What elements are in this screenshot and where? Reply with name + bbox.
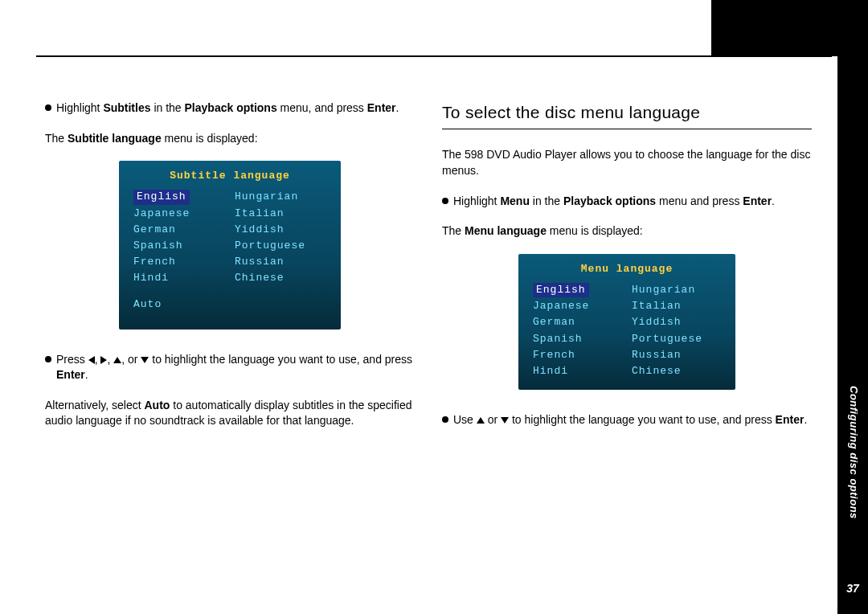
- bold: Menu: [500, 194, 530, 207]
- arrow-up-icon: [477, 417, 485, 424]
- osd-item: Hindi: [533, 364, 622, 379]
- osd-item: French: [533, 348, 622, 362]
- osd-item: Chinese: [235, 271, 326, 285]
- header-divider: [36, 55, 832, 57]
- osd-selected: English: [533, 283, 589, 297]
- arrow-left-icon: [88, 356, 95, 364]
- osd-item: Spanish: [533, 332, 622, 346]
- step-highlight-subtitles: Highlight Subtitles in the Playback opti…: [45, 100, 415, 117]
- bold: Subtitles: [103, 101, 150, 114]
- osd-title: Menu language: [528, 262, 726, 276]
- osd-item: Japanese: [533, 299, 622, 313]
- bold: Playback options: [563, 194, 656, 207]
- osd-title: Subtitle language: [129, 169, 331, 183]
- manual-page: Configuring disc options 37 Highlight Su…: [0, 0, 868, 614]
- bold: Playback options: [185, 101, 277, 114]
- auto-note: Alternatively, select Auto to automatica…: [45, 398, 415, 429]
- osd-item-auto: Auto: [129, 297, 331, 312]
- subtitle-menu-caption: The Subtitle language menu is displayed:: [45, 131, 415, 147]
- text: menu, and press: [277, 101, 367, 114]
- osd-selected: English: [133, 190, 190, 204]
- step-highlight-menu: Highlight Menu in the Playback options m…: [442, 194, 812, 210]
- bold: Subtitle language: [68, 132, 162, 145]
- text: in the: [151, 101, 185, 114]
- text: Alternatively, select: [45, 399, 144, 411]
- osd-item: Russian: [632, 348, 721, 362]
- bold: Enter: [743, 194, 772, 207]
- osd-item: Yiddish: [632, 315, 721, 330]
- page-number: 37: [837, 582, 868, 595]
- osd-item: Spanish: [133, 239, 225, 253]
- text: Highlight: [56, 101, 103, 114]
- osd-item: Japanese: [133, 207, 225, 221]
- osd-item: Yiddish: [235, 223, 326, 237]
- text: The: [45, 132, 68, 145]
- osd-item: Hungarian: [235, 190, 326, 204]
- step-press-arrows: Press , , , or to highlight the language…: [45, 352, 415, 383]
- text: menu and press: [656, 194, 743, 207]
- right-column: To select the disc menu language The 598…: [442, 100, 812, 443]
- osd-item: Chinese: [632, 364, 721, 379]
- text: .: [396, 101, 399, 114]
- bold: Menu language: [465, 224, 547, 237]
- text: .: [772, 194, 775, 207]
- osd-item: Portuguese: [632, 332, 721, 346]
- arrow-right-icon: [100, 356, 107, 364]
- section-heading: To select the disc menu language: [442, 100, 812, 129]
- osd-grid: English Hungarian Japanese Italian Germa…: [129, 190, 331, 285]
- menu-caption: The Menu language menu is displayed:: [442, 223, 812, 239]
- left-column: Highlight Subtitles in the Playback opti…: [45, 100, 415, 444]
- text: .: [804, 413, 807, 426]
- arrow-up-icon: [113, 357, 121, 363]
- text: in the: [530, 194, 563, 207]
- text: Press: [56, 353, 88, 366]
- osd-item: French: [133, 255, 225, 269]
- osd-item: Hindi: [133, 271, 225, 285]
- osd-item: Hungarian: [632, 283, 721, 297]
- intro-text: The 598 DVD Audio Player allows you to c…: [442, 147, 812, 178]
- text: .: [85, 368, 88, 381]
- text: menu is displayed:: [162, 132, 258, 145]
- osd-menu-language: Menu language English Hungarian Japanese…: [518, 254, 735, 390]
- osd-item: German: [533, 315, 622, 330]
- text: to highlight the language you want to us…: [512, 413, 776, 426]
- text: Use: [453, 413, 477, 426]
- text: Highlight: [453, 194, 500, 207]
- osd-item: Italian: [632, 299, 721, 313]
- osd-item: Russian: [235, 255, 326, 269]
- osd-item: German: [133, 223, 225, 237]
- bold: Enter: [56, 368, 85, 381]
- bold: Enter: [776, 413, 805, 426]
- osd-item: Portuguese: [235, 239, 326, 253]
- osd-item: English: [533, 283, 622, 297]
- osd-item: English: [133, 190, 225, 204]
- osd-subtitle-language: Subtitle language English Hungarian Japa…: [119, 161, 341, 330]
- text: menu is displayed:: [547, 224, 643, 237]
- osd-grid: English Hungarian Japanese Italian Germa…: [528, 283, 726, 379]
- section-label: Configuring disc options: [848, 386, 860, 519]
- text: to highlight the language you want to us…: [152, 353, 412, 366]
- bold: Enter: [367, 101, 396, 114]
- arrow-down-icon: [141, 357, 149, 363]
- arrow-down-icon: [501, 417, 509, 424]
- text: The: [442, 224, 465, 237]
- bold: Auto: [144, 399, 170, 411]
- side-strip: Configuring disc options 37: [837, 0, 868, 614]
- step-use-up-down: Use or to highlight the language you wan…: [442, 412, 812, 428]
- osd-item: Italian: [235, 207, 326, 221]
